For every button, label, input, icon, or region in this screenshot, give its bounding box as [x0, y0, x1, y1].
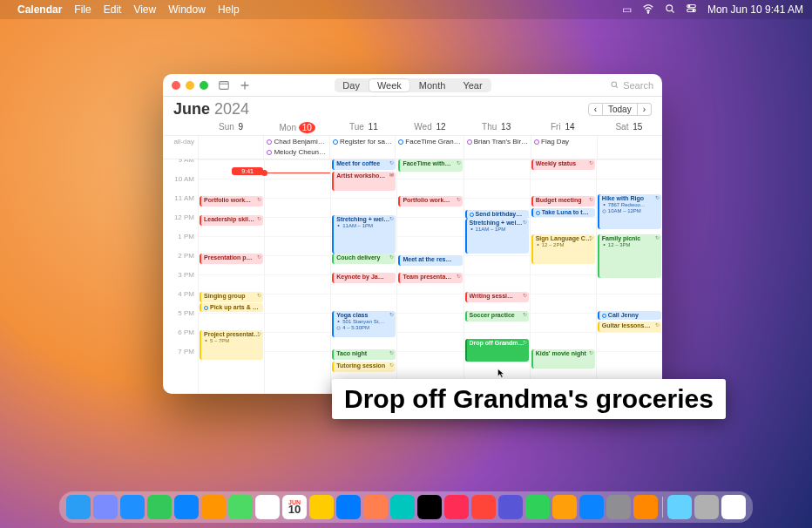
- dock-app-icon[interactable]: [444, 495, 469, 519]
- prev-week-button[interactable]: ‹: [588, 103, 603, 116]
- allday-event[interactable]: Chad Benjami…: [265, 137, 328, 146]
- calendar-event[interactable]: Writing sessi…↻: [465, 292, 529, 302]
- calendar-event[interactable]: Guitar lessons…↻: [598, 322, 661, 332]
- calendar-event[interactable]: Stretching + weights11AM – 1PM↻: [332, 215, 396, 254]
- day-header[interactable]: Fri 14: [530, 120, 596, 135]
- dock-app-icon[interactable]: [66, 495, 91, 519]
- calendar-event[interactable]: Meet for coffee↻: [332, 159, 396, 170]
- add-event-icon[interactable]: [238, 78, 252, 92]
- day-header[interactable]: Sun 9: [198, 120, 264, 135]
- clock[interactable]: Mon Jun 10 9:41 AM: [707, 3, 803, 16]
- dock-app-icon[interactable]: [147, 495, 172, 519]
- app-menu[interactable]: Calendar: [17, 3, 62, 16]
- calendar-event[interactable]: Keynote by Ja…: [332, 273, 396, 283]
- menu-view[interactable]: View: [133, 3, 156, 16]
- calendar-event[interactable]: Presentation p…↻: [200, 254, 263, 264]
- day-column[interactable]: 9:41: [264, 159, 330, 394]
- calendar-event[interactable]: Couch delivery↻: [332, 254, 396, 264]
- dock-app-icon[interactable]: [579, 495, 604, 519]
- menu-file[interactable]: File: [74, 3, 91, 16]
- calendar-event[interactable]: Call Jenny: [598, 311, 661, 320]
- allday-event[interactable]: Melody Cheun…: [265, 147, 328, 157]
- calendar-event[interactable]: Soccer practice↻: [465, 311, 529, 322]
- view-month[interactable]: Month: [410, 78, 455, 92]
- menu-edit[interactable]: Edit: [104, 3, 122, 16]
- day-column[interactable]: Portfolio work…↻Leadership skil…↻Present…: [198, 159, 264, 394]
- calendar-event[interactable]: Hike with Rigo7867 Redwoo…10AM – 12PM↻: [598, 194, 661, 229]
- calendar-event[interactable]: Yoga class501 Stanyan St,…4 – 5:30PM↻: [332, 311, 396, 337]
- calendar-event[interactable]: Project presentations5 – 7PM↻: [200, 330, 263, 360]
- calendar-event[interactable]: Sign Language Club12 – 2PM↻: [531, 234, 595, 264]
- day-column[interactable]: Weekly status↻Budget meeting↻Take Luna t…: [530, 159, 596, 394]
- allday-event[interactable]: FaceTime Gran…: [396, 137, 462, 146]
- dock-app-icon[interactable]: [228, 495, 253, 519]
- dock-app-icon[interactable]: [552, 495, 577, 519]
- zoom-button[interactable]: [200, 81, 208, 90]
- dock-app-icon[interactable]: [390, 495, 415, 519]
- day-header[interactable]: Mon 10: [264, 120, 330, 135]
- dock-app-icon[interactable]: [471, 495, 496, 519]
- calendar-event[interactable]: Send birthday…: [465, 210, 529, 219]
- dock-app-icon[interactable]: [363, 495, 388, 519]
- control-center-icon[interactable]: [686, 3, 697, 17]
- dock-app-icon[interactable]: [417, 495, 442, 519]
- calendar-event[interactable]: Singing group↻: [200, 292, 263, 302]
- calendars-icon[interactable]: [217, 78, 231, 92]
- dock-app-icon[interactable]: [336, 495, 361, 519]
- wifi-icon[interactable]: [642, 3, 654, 17]
- dock-app-icon[interactable]: [120, 495, 145, 519]
- day-header[interactable]: Sat 15: [596, 120, 662, 135]
- calendar-event[interactable]: Artist worksho…✉: [332, 172, 396, 191]
- week-grid[interactable]: 9 AM10 AM11 AM12 PM1 PM2 PM3 PM4 PM5 PM6…: [163, 159, 662, 394]
- calendar-event[interactable]: Weekly status↻: [531, 159, 595, 170]
- calendar-event[interactable]: Family picnic12 – 3PM↻: [598, 234, 661, 278]
- dock-calendar-icon[interactable]: JUN10: [282, 495, 307, 519]
- menu-window[interactable]: Window: [168, 3, 206, 16]
- spotlight-icon[interactable]: [665, 3, 675, 17]
- calendar-event[interactable]: Meet at the res…: [398, 255, 462, 266]
- calendar-event[interactable]: Drop off Grandma's groceries↻: [465, 339, 529, 362]
- battery-icon[interactable]: ▭: [622, 3, 632, 16]
- dock-app-icon[interactable]: [525, 495, 550, 519]
- day-column[interactable]: Meet for coffee↻Artist worksho…✉Stretchi…: [330, 159, 396, 394]
- dock-app-icon[interactable]: [309, 495, 334, 519]
- today-button[interactable]: Today: [603, 103, 638, 116]
- day-header[interactable]: Wed 12: [396, 120, 463, 135]
- dock-app-icon[interactable]: [667, 495, 692, 519]
- dock-app-icon[interactable]: [606, 495, 631, 519]
- allday-event[interactable]: Flag Day: [532, 137, 595, 146]
- dock-app-icon[interactable]: [201, 495, 226, 519]
- day-column[interactable]: Hike with Rigo7867 Redwoo…10AM – 12PM↻Fa…: [596, 159, 662, 394]
- dock-app-icon[interactable]: [174, 495, 199, 519]
- allday-event[interactable]: Brian Tran's Bir…: [465, 137, 530, 146]
- calendar-event[interactable]: Budget meeting↻: [531, 196, 595, 206]
- dock-app-icon[interactable]: [694, 495, 719, 519]
- calendar-event[interactable]: Take Luna to th…: [531, 208, 595, 217]
- dock-app-icon[interactable]: [255, 495, 280, 519]
- dock-app-icon[interactable]: [633, 495, 658, 519]
- view-week[interactable]: Week: [369, 78, 410, 92]
- minimize-button[interactable]: [186, 81, 194, 90]
- dock-app-icon[interactable]: [93, 495, 118, 519]
- next-week-button[interactable]: ›: [638, 103, 652, 116]
- view-year[interactable]: Year: [454, 78, 491, 92]
- calendar-event[interactable]: Kids' movie night↻: [531, 349, 595, 369]
- dock-app-icon[interactable]: [498, 495, 523, 519]
- calendar-event[interactable]: Portfolio work…↻: [398, 196, 462, 206]
- day-column[interactable]: FaceTime with…↻Portfolio work…↻Meet at t…: [396, 159, 463, 394]
- menu-help[interactable]: Help: [218, 3, 240, 16]
- view-day[interactable]: Day: [334, 78, 369, 92]
- day-column[interactable]: Send birthday…Stretching + weights11AM –…: [464, 159, 530, 394]
- day-header[interactable]: Tue 11: [330, 120, 396, 135]
- calendar-event[interactable]: Portfolio work…↻: [200, 196, 263, 206]
- close-button[interactable]: [172, 81, 180, 90]
- calendar-event[interactable]: Pick up arts & …: [200, 303, 263, 312]
- search-field[interactable]: Search: [610, 80, 653, 91]
- calendar-event[interactable]: Taco night↻: [332, 349, 396, 360]
- day-header[interactable]: Thu 13: [464, 120, 530, 135]
- calendar-event[interactable]: FaceTime with…↻: [398, 159, 462, 172]
- calendar-event[interactable]: Tutoring session↻: [332, 362, 396, 372]
- dock-app-icon[interactable]: [721, 495, 746, 519]
- calendar-event[interactable]: Leadership skil…↻: [200, 215, 263, 226]
- allday-event[interactable]: Register for sa…: [331, 137, 394, 146]
